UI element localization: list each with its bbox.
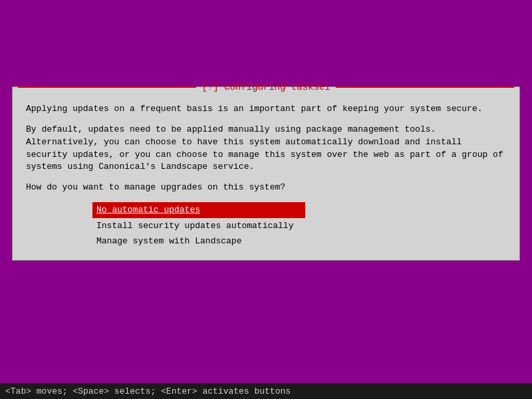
title-bar-line-right xyxy=(336,86,514,88)
option-manage-with-landscape[interactable]: Manage system with Landscape xyxy=(92,233,305,249)
options-list: No automatic updates Install security up… xyxy=(92,202,506,249)
dialog-window: [!] Configuring tasksel Applying updates… xyxy=(12,86,520,261)
title-bar: [!] Configuring tasksel xyxy=(13,80,519,94)
status-bar-text: <Tab> moves; <Space> selects; <Enter> ac… xyxy=(5,386,291,396)
option-install-security-updates[interactable]: Install security updates automatically xyxy=(92,218,305,234)
option-no-automatic-updates[interactable]: No automatic updates xyxy=(92,202,305,218)
title-bar-line-left xyxy=(18,86,196,88)
paragraph-3: How do you want to manage upgrades on th… xyxy=(26,182,506,194)
paragraph-1: Applying updates on a frequent basis is … xyxy=(26,103,506,116)
dialog-title: [!] Configuring tasksel xyxy=(196,82,335,92)
dialog-body: Applying updates on a frequent basis is … xyxy=(13,100,519,260)
paragraph-2: By default, updates need to be applied m… xyxy=(26,124,506,174)
status-bar: <Tab> moves; <Space> selects; <Enter> ac… xyxy=(0,383,532,399)
